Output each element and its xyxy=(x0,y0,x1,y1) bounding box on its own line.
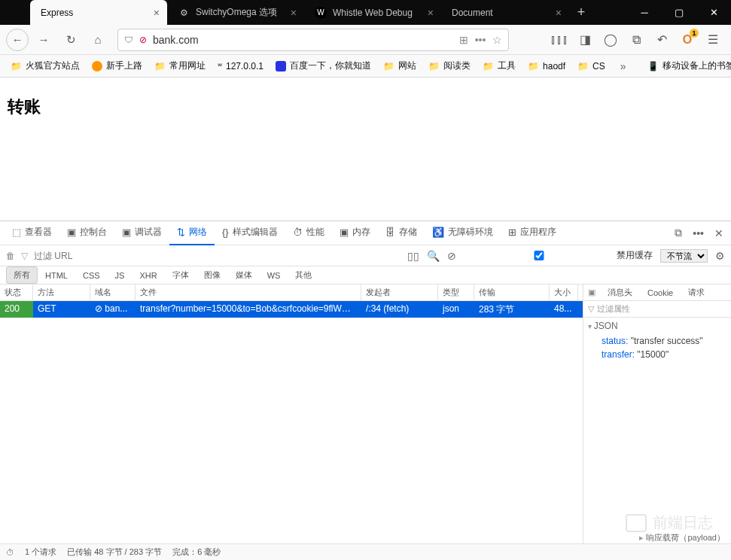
close-window-button[interactable]: ✕ xyxy=(696,0,731,25)
browser-tab[interactable]: Document × xyxy=(441,0,569,25)
bookmark-item[interactable]: 📁haodf xyxy=(523,59,570,74)
status-transferred: 已传输 48 字节 / 283 字节 xyxy=(67,546,162,558)
url-input[interactable] xyxy=(150,34,455,46)
tab-title: SwitchyOmega 选项 xyxy=(196,6,277,19)
filter-html[interactable]: HTML xyxy=(38,268,75,283)
filter-img[interactable]: 图像 xyxy=(196,266,228,284)
back-button[interactable]: ← xyxy=(6,29,29,51)
tab-headers[interactable]: 消息头 xyxy=(600,285,640,300)
not-secure-icon[interactable]: ⊘ xyxy=(136,35,150,45)
perf-icon: ⏱ xyxy=(293,227,303,238)
screenshot-icon[interactable]: ⧉ xyxy=(624,28,648,52)
devtools-tab-inspector[interactable]: ⬚查看器 xyxy=(5,221,59,245)
funnel-icon: ▽ xyxy=(588,304,594,314)
close-devtools-icon[interactable]: ✕ xyxy=(711,224,726,242)
filter-css[interactable]: CSS xyxy=(75,268,108,283)
reload-button[interactable]: ↻ xyxy=(59,28,83,52)
library-icon[interactable]: ⫿⫿⫿ xyxy=(547,28,571,52)
undo-icon[interactable]: ↶ xyxy=(650,28,674,52)
devtools-tab-perf[interactable]: ⏱性能 xyxy=(285,221,332,245)
tab-cookies[interactable]: Cookie xyxy=(640,286,681,300)
perf-icon[interactable]: ⏱ xyxy=(6,548,14,557)
devtools-tab-debugger[interactable]: ▣调试器 xyxy=(114,221,169,245)
omega-icon[interactable]: O xyxy=(675,28,699,52)
throttle-select[interactable]: 不节流 xyxy=(660,249,708,263)
close-tab-icon[interactable]: × xyxy=(428,7,434,19)
forward-button[interactable]: → xyxy=(32,28,56,52)
block-icon[interactable]: ⊘ xyxy=(447,250,456,262)
hamburger-menu-icon[interactable]: ☰ xyxy=(701,28,725,52)
col-file[interactable]: 文件 xyxy=(136,285,361,300)
filter-url-input[interactable] xyxy=(34,251,184,261)
col-init[interactable]: 发起者 xyxy=(361,285,438,300)
close-tab-icon[interactable]: × xyxy=(556,7,562,19)
url-bar[interactable]: 🛡 ⊘ ⊞ ••• ☆ xyxy=(117,29,509,51)
json-section-toggle[interactable]: JSON xyxy=(588,321,726,331)
home-button[interactable]: ⌂ xyxy=(86,28,110,52)
folder-icon: 📁 xyxy=(383,61,394,72)
disable-cache-checkbox[interactable]: 禁用缓存 xyxy=(464,249,653,262)
firefox-icon xyxy=(92,61,102,72)
mobile-bookmarks[interactable]: 📱移动设备上的书签 xyxy=(643,57,731,75)
col-domain[interactable]: 域名 xyxy=(90,285,136,300)
minimize-button[interactable]: ─ xyxy=(627,0,662,25)
devtools-tab-console[interactable]: ▣控制台 xyxy=(59,221,114,245)
devtools-tab-storage[interactable]: 🗄存储 xyxy=(378,221,425,245)
clear-icon[interactable]: 🗑 xyxy=(6,251,15,261)
close-tab-icon[interactable]: × xyxy=(154,7,160,19)
col-status[interactable]: 状态 xyxy=(0,285,33,300)
bookmark-item[interactable]: 📁工具 xyxy=(478,57,520,75)
devtools-tab-memory[interactable]: ▣内存 xyxy=(332,221,378,245)
overflow-icon[interactable]: » xyxy=(616,60,631,72)
tab-request[interactable]: 请求 xyxy=(681,285,712,300)
browser-tab[interactable]: W Whistle Web Debug × xyxy=(304,0,441,25)
filter-xhr[interactable]: XHR xyxy=(132,268,164,283)
responsive-icon[interactable]: ⧉ xyxy=(672,224,685,242)
toggle-panel-icon[interactable]: ▣ xyxy=(583,288,600,297)
payload-section-toggle[interactable]: 响应载荷（payload） xyxy=(639,532,725,543)
bookmark-item[interactable]: 📁常用网址 xyxy=(150,57,210,75)
shield-icon[interactable]: 🛡 xyxy=(121,35,136,45)
bookmark-item[interactable]: 新手上路 xyxy=(87,57,147,75)
details-filter[interactable]: ▽ 过滤属性 xyxy=(583,301,731,318)
window-titlebar: Express × ⚙ SwitchyOmega 选项 × W Whistle … xyxy=(0,0,731,25)
bookmark-item[interactable]: 📁阅读类 xyxy=(424,57,475,75)
col-type[interactable]: 类型 xyxy=(438,285,474,300)
bookmark-item[interactable]: 📁CS xyxy=(573,59,610,74)
devtools-tab-style[interactable]: {}样式编辑器 xyxy=(215,221,285,245)
bookmark-item[interactable]: 百度一下，你就知道 xyxy=(271,57,376,75)
pause-icon[interactable]: ▯▯ xyxy=(407,250,419,262)
bookmark-item[interactable]: 📁火狐官方站点 xyxy=(6,57,84,75)
col-trans[interactable]: 传输 xyxy=(474,285,550,300)
col-size[interactable]: 大小 xyxy=(550,285,578,300)
settings-gear-icon[interactable]: ⚙ xyxy=(715,250,725,262)
filter-all[interactable]: 所有 xyxy=(6,266,38,284)
qr-icon[interactable]: ⊞ xyxy=(455,34,472,46)
inspector-icon: ⬚ xyxy=(12,227,21,238)
search-icon[interactable]: 🔍 xyxy=(427,250,440,262)
filter-font[interactable]: 字体 xyxy=(165,266,196,284)
devtools-tab-network[interactable]: ⇅网络 xyxy=(169,221,215,245)
more-icon[interactable]: ••• xyxy=(690,224,707,242)
filter-ws[interactable]: WS xyxy=(260,268,288,283)
bookmark-item[interactable]: 📁网站 xyxy=(379,57,421,75)
devtools-tab-a11y[interactable]: ♿无障碍环境 xyxy=(425,221,501,245)
new-tab-button[interactable]: + xyxy=(569,0,593,25)
bookmark-star-icon[interactable]: ☆ xyxy=(489,34,505,46)
close-tab-icon[interactable]: × xyxy=(291,7,297,19)
funnel-icon: ▽ xyxy=(21,251,28,261)
network-request-row[interactable]: 200 GET ⊘ ban... transfer?number=15000&t… xyxy=(0,301,583,318)
col-method[interactable]: 方法 xyxy=(33,285,90,300)
sidebar-icon[interactable]: ◨ xyxy=(573,28,597,52)
account-icon[interactable]: ◯ xyxy=(599,28,623,52)
devtools-tab-app[interactable]: ⊞应用程序 xyxy=(501,221,564,245)
bookmark-item[interactable]: ʷ127.0.0.1 xyxy=(213,59,268,74)
filter-js[interactable]: JS xyxy=(108,268,132,283)
filter-media[interactable]: 媒体 xyxy=(228,266,260,284)
maximize-button[interactable]: ▢ xyxy=(662,0,696,25)
browser-tab-active[interactable]: Express × xyxy=(30,0,167,25)
page-actions-icon[interactable]: ••• xyxy=(472,34,489,46)
baidu-icon xyxy=(276,61,286,72)
browser-tab[interactable]: ⚙ SwitchyOmega 选项 × xyxy=(167,0,304,25)
filter-other[interactable]: 其他 xyxy=(288,266,319,284)
